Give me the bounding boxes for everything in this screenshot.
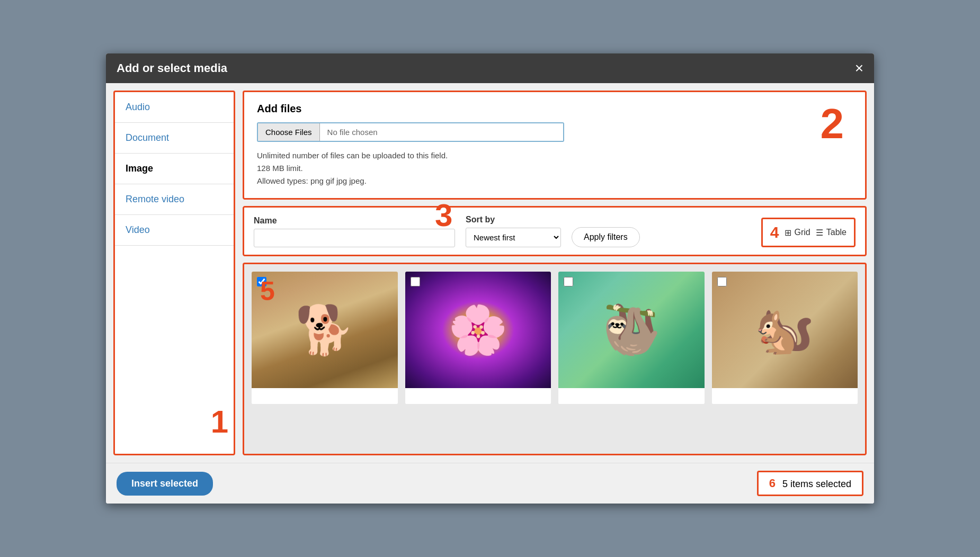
sidebar-item-video[interactable]: Video xyxy=(115,215,234,246)
grid-row: 5 🐕 🌸 🦥 xyxy=(252,272,858,404)
grid-item-3[interactable]: 🦥 xyxy=(558,272,705,404)
file-input-wrapper: Choose Files No file chosen xyxy=(257,122,564,142)
sidebar-item-audio[interactable]: Audio xyxy=(115,92,234,123)
items-selected-badge: 6 5 items selected xyxy=(757,471,863,496)
grid-label: Grid xyxy=(795,228,810,237)
apply-filters-button[interactable]: Apply filters xyxy=(572,227,640,247)
add-files-title: Add files xyxy=(257,103,852,115)
main-content: Add files Choose Files No file chosen Un… xyxy=(243,91,867,455)
grid-icon: ⊞ xyxy=(785,228,791,238)
grid-view-button[interactable]: ⊞ Grid xyxy=(785,228,810,238)
sidebar-item-document[interactable]: Document xyxy=(115,123,234,154)
grid-item-4-checkbox[interactable] xyxy=(717,277,727,286)
add-files-section: Add files Choose Files No file chosen Un… xyxy=(243,91,867,200)
dialog-body: Audio Document Image Remote video Video … xyxy=(106,83,874,463)
name-filter-input[interactable] xyxy=(254,229,455,247)
info-line-3: Allowed types: png gif jpg jpeg. xyxy=(257,175,852,187)
name-filter-group: Name xyxy=(254,216,455,247)
file-input-row: Choose Files No file chosen xyxy=(257,122,852,142)
grid-item-1-footer xyxy=(252,388,398,404)
table-icon: ☰ xyxy=(816,228,823,238)
no-file-label: No file chosen xyxy=(320,123,563,141)
grid-item-2-thumbnail: 🌸 xyxy=(405,272,551,388)
grid-item-4-footer xyxy=(712,388,858,404)
grid-item-3-footer xyxy=(558,388,705,404)
items-selected-badge-icon: 6 xyxy=(769,477,776,490)
grid-section: 5 🐕 🌸 🦥 xyxy=(243,263,867,455)
grid-item-4-thumbnail: 🐿️ xyxy=(712,272,858,388)
add-media-dialog: Add or select media × Audio Document Ima… xyxy=(106,53,874,504)
dialog-title: Add or select media xyxy=(117,61,227,75)
choose-files-button[interactable]: Choose Files xyxy=(258,123,320,141)
grid-item-1-checkbox[interactable] xyxy=(257,277,266,286)
grid-item-2-checkbox[interactable] xyxy=(411,277,420,286)
sidebar-item-remote-video[interactable]: Remote video xyxy=(115,184,234,215)
insert-selected-button[interactable]: Insert selected xyxy=(117,472,213,496)
section4-badge: 4 xyxy=(770,223,779,241)
table-view-button[interactable]: ☰ Table xyxy=(816,228,847,238)
grid-item-3-checkbox[interactable] xyxy=(564,277,573,286)
close-button[interactable]: × xyxy=(855,61,863,76)
sidebar-item-image[interactable]: Image xyxy=(115,154,234,184)
dialog-footer: Insert selected 6 5 items selected xyxy=(106,463,874,504)
dialog-header: Add or select media × xyxy=(106,53,874,83)
grid-item-1-thumbnail: 🐕 xyxy=(252,272,398,388)
sidebar-section-badge: 1 xyxy=(211,406,228,438)
section3-badge: 3 xyxy=(435,197,452,233)
view-toggle: 4 ⊞ Grid ☰ Table xyxy=(761,218,856,247)
grid-item-3-thumbnail: 🦥 xyxy=(558,272,705,388)
filter-section: 3 Name Sort by Newest first Oldest first… xyxy=(243,206,867,256)
sort-label: Sort by xyxy=(466,215,561,224)
name-filter-label: Name xyxy=(254,216,455,226)
grid-item-2-footer xyxy=(405,388,551,404)
add-files-info: Unlimited number of files can be uploade… xyxy=(257,149,852,187)
sort-group: Sort by Newest first Oldest first Name A… xyxy=(466,215,561,247)
items-selected-count: 5 items selected xyxy=(782,479,851,489)
grid-item-4[interactable]: 🐿️ xyxy=(712,272,858,404)
info-line-2: 128 MB limit. xyxy=(257,162,852,175)
sort-select[interactable]: Newest first Oldest first Name A-Z Name … xyxy=(466,228,561,247)
sidebar: Audio Document Image Remote video Video … xyxy=(113,91,235,455)
table-label: Table xyxy=(826,228,847,237)
grid-item-2[interactable]: 🌸 xyxy=(405,272,551,404)
grid-item-1[interactable]: 5 🐕 xyxy=(252,272,398,404)
section2-badge: 2 xyxy=(821,103,844,145)
info-line-1: Unlimited number of files can be uploade… xyxy=(257,149,852,162)
